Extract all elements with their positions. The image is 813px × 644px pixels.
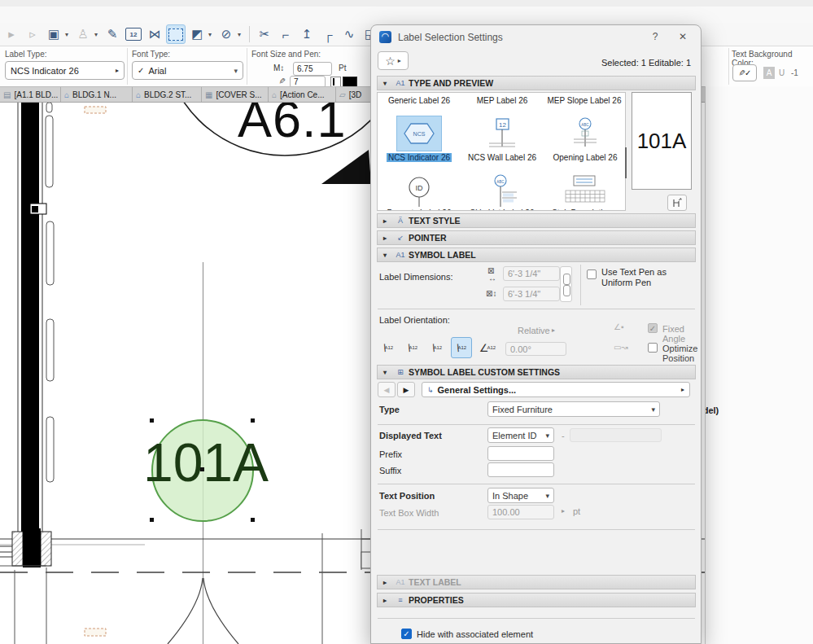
pen-number-value: 7 xyxy=(294,77,299,86)
font-size-pen-caption: Font Size and Pen: xyxy=(251,50,321,59)
text-bg-pen-button[interactable]: ✎ ✓ xyxy=(732,64,757,81)
label-height-field[interactable]: 6'-3 1/4" xyxy=(503,287,560,301)
stretch-icon[interactable]: ⋈ xyxy=(145,24,164,44)
tab-action-center[interactable]: ⌂ [Action Ce... xyxy=(269,87,336,102)
font-type-combobox[interactable]: ✓ Arial ▾ xyxy=(132,61,243,80)
text-bg-a-button[interactable]: A xyxy=(763,67,775,79)
type-item-generic[interactable]: Generic Label 26 xyxy=(378,95,460,105)
label-preview: 101A xyxy=(632,92,692,190)
morph-caret-icon[interactable]: ▾ xyxy=(208,31,215,38)
type-item-stair-description[interactable] xyxy=(544,173,626,208)
section-pointer[interactable]: ▸ ↙ POINTER xyxy=(377,230,696,245)
select-ghost-icon[interactable]: ▹ xyxy=(23,24,42,44)
prefix-input[interactable] xyxy=(487,446,554,461)
help-button[interactable]: ? xyxy=(646,29,664,44)
tab-3d[interactable]: ▱ [3D xyxy=(336,87,373,102)
layout-sheet-icon: ▤ xyxy=(3,90,11,99)
list-preview-splitter[interactable] xyxy=(625,147,627,178)
type-item-skin-list[interactable]: ABC xyxy=(461,173,543,208)
morph-icon[interactable]: ◩ xyxy=(187,24,207,44)
section-properties[interactable]: ▸ ≡ PROPERTIES xyxy=(377,593,696,607)
custom-next-button[interactable]: ▶ xyxy=(397,382,415,397)
label-type-caption: Label Type: xyxy=(5,50,47,59)
relative-dropdown[interactable]: Relative xyxy=(518,326,550,335)
type-item-ncs-wall[interactable]: 12 xyxy=(461,117,543,151)
displayed-text-select[interactable]: Element ID ▾ xyxy=(487,427,554,443)
label-width-value: 6'-3 1/4" xyxy=(508,269,540,278)
label-width-field[interactable]: 6'-3 1/4" xyxy=(503,266,560,281)
toolbar-separator xyxy=(249,26,250,42)
optimize-position-checkbox[interactable] xyxy=(648,343,658,353)
type-value: Fixed Furniture xyxy=(492,405,553,414)
relative-flyout-icon: ▸ xyxy=(552,326,555,334)
tab-label: [Action Ce... xyxy=(280,90,324,99)
custom-prev-button[interactable]: ◀ xyxy=(378,382,396,397)
tab-a11-bld[interactable]: ▤ [A1.1 BLD... xyxy=(0,87,61,102)
orientation-vertical-button[interactable]: /A12 xyxy=(402,337,423,358)
close-button[interactable]: ✕ xyxy=(674,29,692,44)
duplicate-icon[interactable]: ▣ xyxy=(44,24,63,44)
type-item-mep[interactable]: MEP Label 26 xyxy=(461,95,543,105)
suspend-groups-icon[interactable]: ♙ xyxy=(73,24,93,44)
section-text-style[interactable]: ▸ Ä TEXT STYLE xyxy=(377,213,696,228)
orientation-perpendicular-button[interactable]: /A12 xyxy=(451,337,472,358)
displayed-text-dash: - xyxy=(562,431,565,440)
split-icon[interactable]: ✂ xyxy=(255,24,274,44)
section-type-and-preview[interactable]: ▾ A1 TYPE AND PREVIEW xyxy=(377,76,696,90)
intersect-icon[interactable]: ┌ xyxy=(318,24,338,44)
text-box-width-field[interactable]: 100.00 xyxy=(487,505,554,519)
selection-handle-center[interactable] xyxy=(200,467,204,471)
menu-strip xyxy=(0,7,813,24)
story-icon: ⌂ xyxy=(64,90,69,99)
favorites-button[interactable]: ☆ ▸ xyxy=(378,51,409,70)
selection-handle[interactable] xyxy=(251,418,255,423)
selection-handle[interactable] xyxy=(251,518,255,522)
marquee-icon[interactable] xyxy=(166,24,186,44)
link-dimensions-button[interactable] xyxy=(560,266,572,302)
angle-field[interactable]: 0.00° xyxy=(505,342,566,356)
adjust-icon[interactable]: ⌐ xyxy=(276,24,295,44)
label-type-list[interactable]: Generic Label 26 MEP Label 26 MEP Slope … xyxy=(377,92,626,211)
element-link-button[interactable] xyxy=(667,195,687,211)
selection-handle[interactable] xyxy=(150,418,154,423)
orientation-horizontal-button[interactable]: /A12 xyxy=(378,337,399,358)
void-caret-icon[interactable]: ▾ xyxy=(238,31,244,38)
section-text-label[interactable]: ▸ A1 TEXT LABEL xyxy=(377,575,696,589)
section-custom-settings[interactable]: ▾ ⊞ SYMBOL LABEL CUSTOM SETTINGS xyxy=(377,365,696,379)
custom-settings-page-bar[interactable]: ↳ General Settings... ▸ xyxy=(422,382,690,397)
type-item-property[interactable]: ID xyxy=(378,173,460,208)
type-item-mep-slope[interactable]: MEP Slope Label 26 xyxy=(544,95,624,105)
dimension-icon[interactable]: 12 xyxy=(124,24,143,44)
select-arrow-icon[interactable]: ▸ xyxy=(2,24,21,44)
orientation-custom-angle-button[interactable]: ∠A12 xyxy=(477,337,498,358)
orientation-aligned-button[interactable]: /A12 xyxy=(426,337,448,358)
text-bg-u-button[interactable]: U xyxy=(779,68,785,77)
tab-bldg1[interactable]: ⌂ BLDG.1 N... xyxy=(61,87,133,102)
tab-bldg2[interactable]: ⌂ BLDG.2 ST... xyxy=(133,87,202,102)
text-position-select[interactable]: In Shape ▾ xyxy=(487,488,554,503)
section-symbol-label[interactable]: ▾ A1 SYMBOL LABEL xyxy=(377,248,696,262)
type-item-opening[interactable]: ABC xyxy=(544,117,626,151)
fillet-icon[interactable]: ∿ xyxy=(339,24,359,44)
label-type-selector[interactable]: NCS Indicator 26 ▸ xyxy=(5,61,125,80)
elevate-icon[interactable]: ↥ xyxy=(297,24,317,44)
marquee-glyph xyxy=(168,28,183,41)
type-item-ncs-indicator[interactable]: NCS xyxy=(378,117,460,151)
text-style-icon: Ä xyxy=(392,217,409,225)
dialog-titlebar[interactable]: ◠ Label Selection Settings ? ✕ xyxy=(371,25,701,48)
tab-cover-sheet[interactable]: ▦ [COVER S... xyxy=(202,87,269,102)
uniform-pen-checkbox[interactable] xyxy=(587,269,597,279)
font-size-field[interactable]: 6.75 xyxy=(293,62,332,76)
transfer-settings-icon[interactable]: ✎ xyxy=(103,24,122,44)
text-box-width-caption: Text Box Width xyxy=(379,508,439,518)
fixed-angle-checkbox[interactable]: ✓ xyxy=(648,323,658,333)
hide-with-element-checkbox[interactable]: ✓ xyxy=(401,629,412,639)
properties-icon: ≡ xyxy=(392,596,409,604)
suffix-input[interactable] xyxy=(487,462,554,477)
type-select[interactable]: Fixed Furniture ▾ xyxy=(487,401,660,417)
duplicate-caret-icon[interactable]: ▾ xyxy=(65,31,72,38)
void-circle-icon[interactable]: ⊘ xyxy=(216,24,236,44)
svg-text:12: 12 xyxy=(499,121,506,129)
groups-caret-icon[interactable]: ▾ xyxy=(94,31,101,38)
selection-handle[interactable] xyxy=(150,518,154,522)
